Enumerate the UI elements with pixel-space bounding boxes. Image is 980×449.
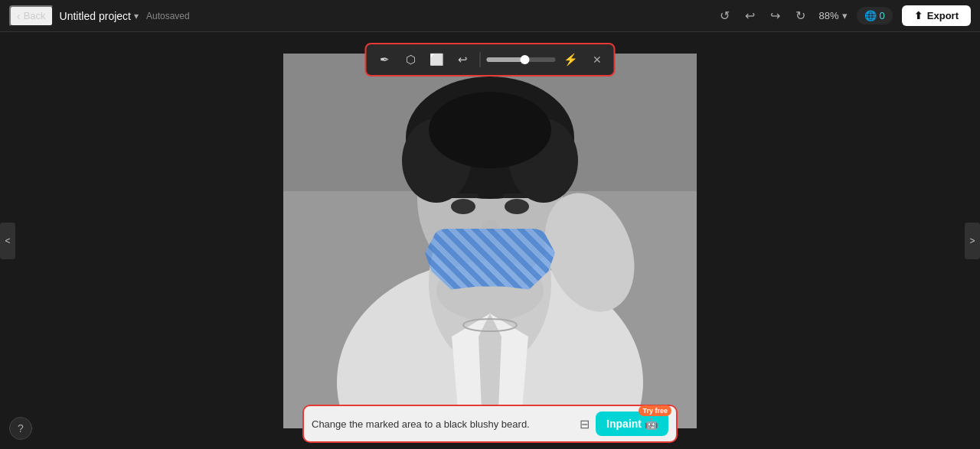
app-header: ‹ Back Untitled project ▾ Autosaved ↺ ↩ … <box>0 0 980 32</box>
image-canvas[interactable] <box>283 54 697 428</box>
try-free-badge: Try free <box>639 405 671 416</box>
project-name-area: Untitled project ▾ <box>60 10 139 22</box>
back-arrow-icon: ‹ <box>17 10 21 22</box>
credits-area: 🌐 0 <box>857 7 893 24</box>
svg-point-9 <box>451 199 475 214</box>
inpaint-button[interactable]: Inpaint 🤖 Try free <box>596 412 668 436</box>
brush-size-slider[interactable] <box>487 57 556 62</box>
help-icon: ? <box>18 422 24 434</box>
undo-step-button[interactable]: ↩ <box>452 49 474 70</box>
inpaint-label: Inpaint <box>606 418 642 430</box>
prompt-settings-icon[interactable]: ⊟ <box>580 417 590 431</box>
slider-thumb <box>520 55 529 64</box>
left-arrow-button[interactable]: < <box>0 223 15 259</box>
toolbar-close-button[interactable]: ✕ <box>588 50 606 69</box>
svg-rect-11 <box>448 194 479 198</box>
export-arrow-icon: ⬆ <box>914 10 923 21</box>
back-button[interactable]: ‹ Back <box>9 5 54 27</box>
export-label: Export <box>927 10 959 21</box>
zoom-value: 88% <box>819 10 839 21</box>
undo-redo-group: ↺ ↩ ↪ ↻ <box>715 5 810 26</box>
back-label: Back <box>24 10 46 21</box>
zoom-chevron-icon[interactable]: ▾ <box>842 10 848 21</box>
help-button[interactable]: ? <box>9 417 32 440</box>
floating-toolbar: ✒ ⬡ ⬜ ↩ ⚡ ✕ <box>365 43 616 76</box>
globe-icon: 🌐 <box>864 10 877 21</box>
zoom-area: 88% ▾ <box>819 10 848 21</box>
lasso-tool-button[interactable]: ⬡ <box>400 49 422 70</box>
svg-point-8 <box>429 92 551 168</box>
left-chevron-icon: < <box>5 236 10 246</box>
undo-icon[interactable]: ↩ <box>740 5 760 26</box>
magic-wand-icon[interactable]: ⚡ <box>560 49 582 70</box>
header-right: ↺ ↩ ↪ ↻ 88% ▾ 🌐 0 ⬆ Export <box>715 5 971 26</box>
svg-point-10 <box>505 199 529 214</box>
right-chevron-icon: > <box>969 236 975 246</box>
refresh-icon[interactable]: ↻ <box>791 5 810 26</box>
prompt-text: Change the marked area to a black blushy… <box>312 418 573 430</box>
toolbar-divider <box>480 52 481 67</box>
autosaved-status: Autosaved <box>146 11 190 21</box>
project-name: Untitled project <box>60 10 131 22</box>
eraser-tool-button[interactable]: ⬜ <box>426 49 448 70</box>
rotate-icon[interactable]: ↺ <box>715 5 734 26</box>
mask-overlay <box>425 229 555 290</box>
redo-icon[interactable]: ↪ <box>766 5 785 26</box>
inpaint-icon: 🤖 <box>645 418 658 430</box>
export-button[interactable]: ⬆ Export <box>902 5 971 26</box>
chevron-down-icon[interactable]: ▾ <box>134 11 139 21</box>
canvas-area: < ✒ ⬡ ⬜ ↩ ⚡ ✕ <box>0 32 980 449</box>
slider-fill <box>487 57 525 62</box>
svg-rect-12 <box>503 194 534 198</box>
brush-tool-button[interactable]: ✒ <box>374 49 396 70</box>
credits-value: 0 <box>880 10 885 21</box>
right-arrow-button[interactable]: > <box>965 223 980 259</box>
prompt-bar: Change the marked area to a black blushy… <box>302 405 678 443</box>
